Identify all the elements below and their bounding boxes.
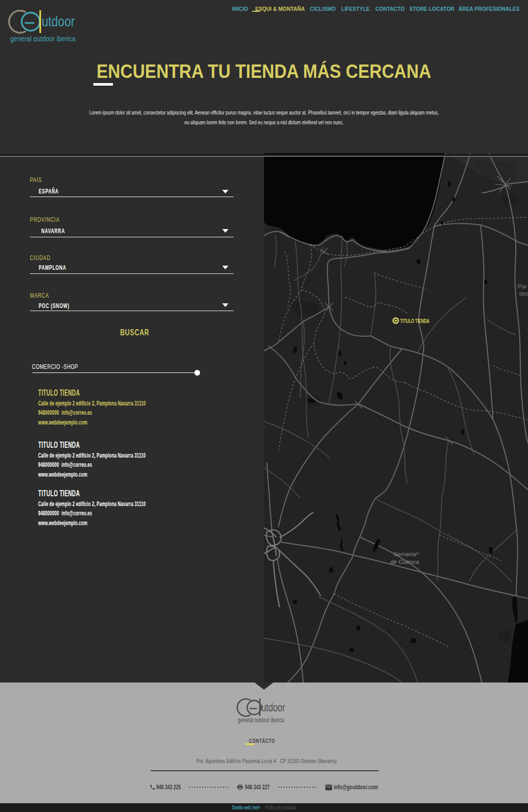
svg-text:utdoor: utdoor [261, 701, 285, 714]
svg-text:general outdoor iberica: general outdoor iberica [238, 717, 284, 724]
svg-text:utdoor: utdoor [42, 13, 75, 29]
svg-text:Serraníaº: Serraníaº [393, 551, 419, 557]
svg-text:TITULO TIENDA: TITULO TIENDA [400, 318, 430, 324]
svg-text:des: des [519, 290, 528, 297]
svg-text:general outdoor iberica: general outdoor iberica [10, 34, 76, 43]
svg-text:de Cuenca: de Cuenca [390, 559, 419, 565]
svg-text:Par: Par [518, 283, 527, 289]
